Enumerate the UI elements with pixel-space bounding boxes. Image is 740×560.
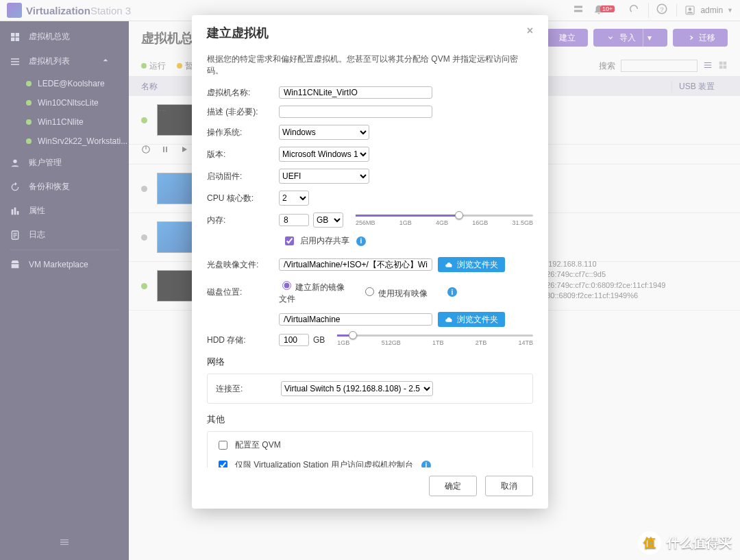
watermark: 值 什么值得买 [638,531,732,555]
memory-input[interactable] [279,214,309,226]
disk-path-input[interactable] [279,313,432,326]
browse-iso-button[interactable]: 浏览文件夹 [438,257,505,272]
vsonly-checkbox[interactable] [219,461,227,467]
memory-unit-select[interactable]: GB [313,212,343,228]
browse-disk-button[interactable]: 浏览文件夹 [438,312,505,327]
radio-new-image[interactable]: 建立新的镜像文件 [279,279,351,305]
memory-slider[interactable]: 256MB1GB4GB16GB31.5GB [356,215,533,226]
memshare-checkbox[interactable] [285,236,294,245]
network-select[interactable]: Virtual Switch 5 (192.168.8.108) - 2.5 G… [281,381,433,396]
close-icon[interactable]: × [527,25,533,41]
info-icon[interactable]: i [447,287,457,297]
section-other: 其他 [207,413,533,426]
cpu-select[interactable]: 2 [279,191,309,206]
os-select[interactable]: Windows [279,125,369,140]
info-icon[interactable]: i [356,236,366,246]
hdd-slider[interactable]: 1GB512GB1TB2TB14TB [337,334,533,346]
create-vm-dialog: 建立虚拟机 × 根据您的特定需求和偏好配置虚拟机。您甚至可以将其分配给 QVM … [192,15,548,509]
ok-button[interactable]: 确定 [429,476,477,496]
modal-description: 根据您的特定需求和偏好配置虚拟机。您甚至可以将其分配给 QVM 并指定远程访问密… [207,53,533,77]
info-icon[interactable]: i [421,461,431,468]
iso-path-input[interactable] [279,258,432,271]
section-network: 网络 [207,356,533,368]
modal-title: 建立虚拟机 [207,25,269,41]
qvm-checkbox[interactable] [219,441,227,450]
firmware-select[interactable]: UEFI [279,169,369,184]
radio-existing-image[interactable]: 使用现有映像 [362,285,434,300]
vm-name-input[interactable] [279,86,432,99]
watermark-logo-icon: 值 [638,531,661,555]
version-select[interactable]: Microsoft Windows 11 [279,147,369,162]
cancel-button[interactable]: 取消 [485,476,533,496]
vm-desc-input[interactable] [279,106,432,118]
hdd-input[interactable] [279,334,309,346]
modal-overlay: 建立虚拟机 × 根据您的特定需求和偏好配置虚拟机。您甚至可以将其分配给 QVM … [0,0,740,560]
